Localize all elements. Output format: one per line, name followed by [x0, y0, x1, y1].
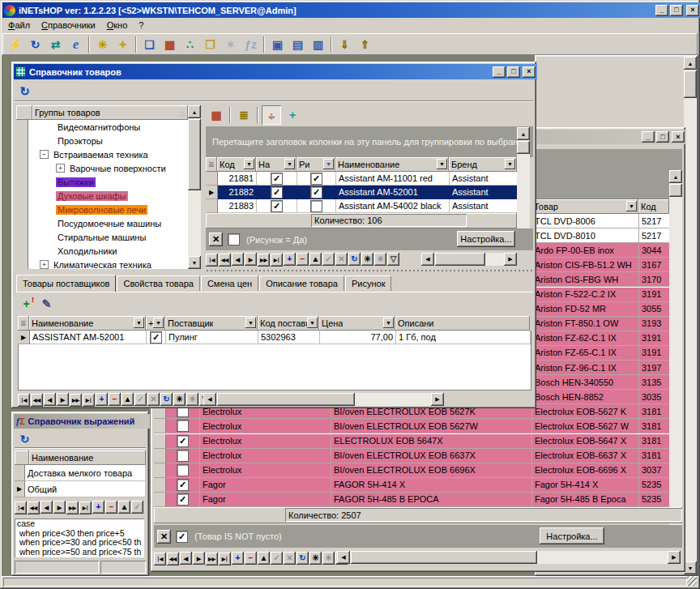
table-row[interactable]: ElectroluxBI/oven ELECTROLUX EOB 5627WEl…: [154, 419, 669, 433]
tab-описание-товара[interactable]: Описание товара: [259, 275, 344, 291]
tile-horizontal-icon[interactable]: ▤: [288, 35, 307, 53]
browser-icon[interactable]: e: [66, 35, 85, 53]
nav-post[interactable]: ✓: [322, 253, 335, 266]
fees-icon[interactable]: ✶: [221, 35, 240, 53]
column-header-Наименование[interactable]: Наименование▼: [29, 316, 146, 331]
products-hscrollbar[interactable]: ◀ ▶: [421, 253, 517, 266]
tree-item-3[interactable]: −Встраиваемая техника: [16, 147, 188, 161]
nav-prior-page[interactable]: ◀◀: [219, 254, 231, 267]
nav-next[interactable]: ▶: [193, 552, 205, 565]
tree-item-10[interactable]: Холодильники: [16, 244, 188, 258]
filter-dropdown-icon[interactable]: ▼: [323, 159, 334, 169]
scroll-up-icon[interactable]: ▲: [669, 170, 682, 183]
nav-prior-page[interactable]: ◀◀: [31, 394, 43, 407]
filter-dropdown-icon[interactable]: ▼: [437, 159, 447, 169]
nav-last[interactable]: ▶∣: [79, 502, 92, 514]
nav-cancel[interactable]: ✕: [284, 552, 296, 565]
nav-goto-bookmark[interactable]: ✳: [186, 393, 198, 406]
nav-post[interactable]: ✓: [134, 393, 147, 406]
splitter-handle[interactable]: [206, 269, 533, 273]
nav-insert[interactable]: +: [284, 253, 296, 266]
scroll-up-icon[interactable]: ▲: [188, 105, 201, 118]
nav-bookmark[interactable]: ✳: [309, 552, 322, 565]
expression-icon[interactable]: ƒz: [241, 35, 260, 53]
nav-last[interactable]: ▶∣: [219, 553, 231, 566]
scrollbar-thumb[interactable]: [435, 253, 485, 266]
filter-dropdown-icon[interactable]: ▼: [383, 318, 394, 328]
tab-смена-цен[interactable]: Смена цен: [201, 275, 258, 291]
catalog-minimize-button[interactable]: _: [642, 131, 655, 143]
nav-edit[interactable]: ▲: [258, 552, 270, 565]
column-header-Наименование[interactable]: Наименование▼: [335, 157, 449, 172]
nav-prior[interactable]: ◀: [44, 393, 56, 406]
tree-item-7[interactable]: Микроволновые печи: [16, 203, 188, 216]
na-checkbox[interactable]: ✓: [271, 173, 283, 185]
nav-prior[interactable]: ◀: [41, 501, 53, 514]
nav-prior[interactable]: ◀: [232, 253, 244, 266]
tree-item-2[interactable]: Проэкторы: [16, 134, 188, 147]
catalog-filter-checkbox[interactable]: ✓: [176, 531, 188, 543]
row-checkbox[interactable]: ✓: [177, 479, 189, 491]
products-maximize-button[interactable]: □: [507, 66, 520, 78]
nav-next-page[interactable]: ▶▶: [258, 254, 270, 267]
table-row[interactable]: 21883✓Assistant AM-54002 blackAssistant: [206, 199, 517, 213]
nav-bookmark[interactable]: ✳: [173, 393, 186, 406]
cube-icon[interactable]: ▦: [207, 105, 226, 125]
table-row[interactable]: ✓FagorFAGOR 5H-485 B EPOCAFagor 5H-485 B…: [154, 493, 669, 507]
tree-item-1[interactable]: Видеомагнитофоны: [16, 120, 188, 134]
nav-next[interactable]: ▶: [53, 501, 66, 514]
nav-refresh[interactable]: ↻: [160, 393, 173, 406]
key-icon[interactable]: ✦: [113, 35, 132, 53]
tree-item-6[interactable]: Духовые шкафы: [16, 189, 188, 203]
nav-goto-bookmark[interactable]: ✳: [374, 253, 386, 266]
nav-last[interactable]: ▶∣: [271, 254, 283, 267]
refresh-icon[interactable]: ↻: [26, 35, 45, 53]
table-row[interactable]: ▶Общий: [15, 481, 146, 497]
resize-grip[interactable]: [687, 576, 697, 586]
picture-checkbox[interactable]: ✓: [310, 173, 322, 185]
add-item-icon[interactable]: +: [283, 105, 302, 125]
products-minimize-button[interactable]: _: [493, 66, 506, 78]
nav-first[interactable]: ∣◀: [154, 553, 166, 566]
grid-menu-header[interactable]: ≣: [206, 157, 217, 172]
nav-next[interactable]: ▶: [245, 253, 257, 266]
catalog-close-button[interactable]: ×: [672, 131, 685, 143]
picture-checkbox[interactable]: [310, 200, 322, 212]
cube-icon[interactable]: ▦: [160, 35, 179, 53]
catalog-filter-close-button[interactable]: ✕: [157, 530, 171, 544]
filter-dropdown-icon[interactable]: ▼: [626, 201, 637, 211]
expression-text-area[interactable]: case when price<30 then price+5 when pri…: [15, 519, 144, 557]
cascade-windows-icon[interactable]: ▣: [268, 35, 287, 53]
catalog-hscrollbar[interactable]: ◀ ▶: [337, 551, 681, 564]
nav-filter[interactable]: ▽: [387, 253, 399, 266]
nav-first[interactable]: ∣◀: [15, 502, 27, 514]
filter-dropdown-icon[interactable]: ▼: [245, 318, 256, 328]
tree-item-4[interactable]: +Варочные поверхности: [16, 161, 188, 175]
menu-item-справочники[interactable]: Справочники: [36, 18, 101, 32]
nav-next-page[interactable]: ▶▶: [66, 502, 79, 514]
edit-supplier-price-icon[interactable]: ✎: [37, 295, 56, 314]
scroll-left-icon[interactable]: ◀: [421, 253, 434, 266]
tile-vertical-icon[interactable]: ▥: [309, 35, 327, 53]
products-settings-button[interactable]: Настройка...: [457, 231, 515, 247]
grid-menu-header[interactable]: ≣: [18, 316, 29, 331]
column-header-Код[interactable]: Код: [638, 199, 669, 214]
tree-vscrollbar[interactable]: ▲ ▼: [188, 105, 201, 269]
nav-edit[interactable]: ▲: [122, 393, 134, 406]
scroll-down-icon[interactable]: ▼: [684, 561, 697, 574]
picture-checkbox[interactable]: ✓: [310, 186, 322, 198]
nav-goto-bookmark[interactable]: ✳: [322, 552, 335, 565]
nav-last[interactable]: ▶∣: [83, 394, 95, 407]
table-row[interactable]: 21881✓✓Assistant AM-11001 redAssistant: [206, 172, 517, 186]
refresh-icon[interactable]: ↻: [15, 429, 34, 448]
filter-dropdown-icon[interactable]: ▼: [153, 318, 164, 328]
add-supplier-price-icon[interactable]: +!: [17, 295, 36, 314]
menu-item-файл[interactable]: Файл: [2, 18, 36, 32]
catalog-maximize-button[interactable]: □: [656, 131, 669, 143]
nav-refresh[interactable]: ↻: [297, 552, 309, 565]
collapse-icon[interactable]: −: [40, 150, 49, 159]
scrollbar-thumb[interactable]: [684, 70, 697, 98]
column-header-Товар[interactable]: Товар▼: [531, 199, 638, 214]
filter-dropdown-icon[interactable]: ▼: [284, 159, 295, 169]
tree-item-9[interactable]: Стиральные машины: [16, 230, 188, 244]
